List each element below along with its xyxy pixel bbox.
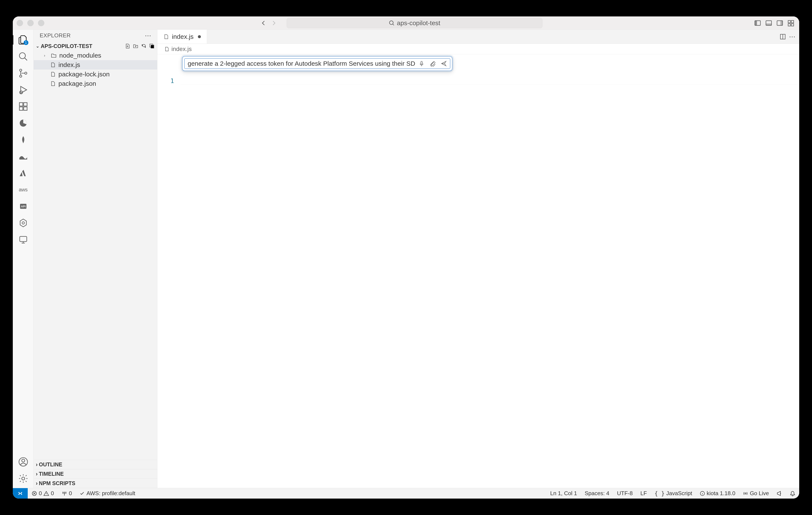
extensions-icon	[18, 101, 28, 112]
nav-forward-button[interactable]	[269, 19, 278, 27]
copilot-prompt-input[interactable]	[187, 60, 415, 67]
code-line-1	[180, 77, 799, 85]
svg-rect-19	[24, 107, 27, 110]
status-kiota[interactable]: kiota 1.18.0	[696, 488, 739, 498]
tab-index-js[interactable]: index.js	[157, 30, 207, 44]
status-language-mode[interactable]: { } JavaScript	[651, 488, 696, 498]
more-actions-button[interactable]: ⋯	[789, 33, 795, 40]
command-center-search[interactable]: aps-copilot-test	[287, 18, 543, 28]
source-control-icon	[18, 68, 28, 78]
breadcrumb-item: index.js	[171, 46, 192, 53]
svg-text:API: API	[21, 205, 25, 208]
project-name: APS-COPILOT-TEST	[41, 43, 92, 49]
tree-label: package.json	[58, 80, 96, 87]
status-eol[interactable]: LF	[637, 488, 650, 498]
tab-bar: index.js ⋯	[157, 30, 799, 44]
svg-rect-16	[20, 103, 23, 106]
activity-aws[interactable]: aws	[17, 183, 30, 196]
activity-source-control[interactable]	[17, 67, 30, 80]
activity-accounts[interactable]	[17, 456, 30, 468]
radio-tower-icon	[62, 491, 67, 496]
activity-ext-4[interactable]	[17, 167, 30, 180]
tree-file-package-json[interactable]: package.json	[34, 79, 157, 88]
outline-section[interactable]: › OUTLINE	[34, 460, 157, 469]
sidebar-title: EXPLORER	[40, 32, 71, 39]
copilot-submit-button[interactable]	[440, 60, 447, 67]
aws-icon: aws	[19, 187, 28, 193]
status-feedback[interactable]	[773, 488, 786, 498]
npm-scripts-section[interactable]: › NPM SCRIPTS	[34, 479, 157, 488]
remote-explorer-icon	[19, 235, 28, 244]
activity-extensions[interactable]	[17, 100, 30, 113]
outline-label: OUTLINE	[39, 461, 62, 468]
activity-ext-2[interactable]	[17, 133, 30, 146]
activity-bar: 1	[13, 30, 34, 488]
status-problems[interactable]: 0 0	[28, 488, 58, 498]
sidebar: EXPLORER ⋯ ⌄ APS-COPILOT-TEST › node_mod…	[34, 30, 157, 488]
svg-point-34	[745, 493, 746, 494]
explorer-section-header[interactable]: ⌄ APS-COPILOT-TEST	[34, 42, 157, 51]
new-folder-button[interactable]	[133, 43, 139, 49]
copilot-voice-button[interactable]	[418, 60, 425, 67]
collapse-all-button[interactable]	[149, 43, 155, 49]
chevron-down-icon: ⌄	[36, 44, 39, 49]
activity-ext-3[interactable]	[17, 150, 30, 163]
titlebar: aps-copilot-test	[13, 17, 799, 30]
activity-search[interactable]	[17, 50, 30, 63]
timeline-label: TIMELINE	[39, 471, 64, 477]
timeline-section[interactable]: › TIMELINE	[34, 469, 157, 479]
status-cursor-position[interactable]: Ln 1, Col 1	[546, 488, 581, 498]
svg-rect-8	[791, 21, 794, 23]
vscode-window: aps-copilot-test 1	[13, 17, 799, 498]
close-window-button[interactable]	[17, 20, 23, 26]
tree-folder-node-modules[interactable]: › node_modules	[34, 51, 157, 60]
microphone-icon	[418, 61, 425, 66]
chevron-right-icon: ›	[44, 53, 48, 58]
nav-back-button[interactable]	[259, 19, 268, 27]
svg-rect-6	[780, 21, 783, 25]
activity-run-debug[interactable]	[17, 83, 30, 96]
activity-ext-6[interactable]: API	[17, 200, 30, 213]
activity-explorer[interactable]: 1	[17, 33, 30, 46]
tree-label: index.js	[58, 61, 80, 69]
split-editor-button[interactable]	[780, 33, 786, 40]
braces-icon: { }	[655, 490, 665, 497]
refresh-button[interactable]	[141, 43, 147, 49]
status-notifications[interactable]	[786, 488, 799, 498]
breadcrumb[interactable]: index.js	[157, 44, 799, 54]
status-encoding[interactable]: UTF-8	[613, 488, 637, 498]
activity-ext-8[interactable]	[17, 233, 30, 246]
minimize-window-button[interactable]	[27, 20, 34, 26]
code-area[interactable]	[180, 54, 799, 488]
editor-body[interactable]: 1	[157, 54, 799, 488]
refresh-icon	[141, 43, 146, 49]
svg-rect-4	[766, 24, 772, 25]
customize-layout-button[interactable]	[786, 19, 795, 28]
tree-file-index-js[interactable]: index.js	[34, 60, 157, 70]
layout-grid-icon	[787, 20, 794, 26]
collapse-icon	[149, 43, 154, 49]
sidebar-more-button[interactable]: ⋯	[145, 32, 151, 39]
remote-button[interactable]	[13, 488, 28, 498]
activity-ext-1[interactable]	[17, 117, 30, 130]
toggle-panel-button[interactable]	[764, 19, 773, 28]
file-icon	[50, 62, 56, 67]
layout-sidebar-left-icon	[754, 20, 761, 26]
toggle-secondary-sidebar-button[interactable]	[775, 19, 784, 28]
copilot-attach-button[interactable]	[430, 60, 436, 67]
svg-rect-30	[421, 61, 423, 64]
maximize-window-button[interactable]	[38, 20, 45, 26]
line-gutter: 1	[157, 54, 180, 488]
status-ports[interactable]: 0	[58, 488, 76, 498]
status-go-live[interactable]: Go Live	[739, 488, 773, 498]
status-aws[interactable]: AWS: profile:default	[76, 488, 139, 498]
activity-settings[interactable]	[17, 472, 30, 485]
toggle-primary-sidebar-button[interactable]	[753, 19, 762, 28]
activity-ext-7[interactable]	[17, 217, 30, 229]
file-icon	[164, 47, 169, 52]
status-indentation[interactable]: Spaces: 4	[581, 488, 613, 498]
debug-icon	[18, 85, 28, 95]
new-file-button[interactable]	[124, 43, 131, 49]
tree-label: node_modules	[59, 52, 101, 59]
tree-file-package-lock[interactable]: package-lock.json	[34, 70, 157, 79]
